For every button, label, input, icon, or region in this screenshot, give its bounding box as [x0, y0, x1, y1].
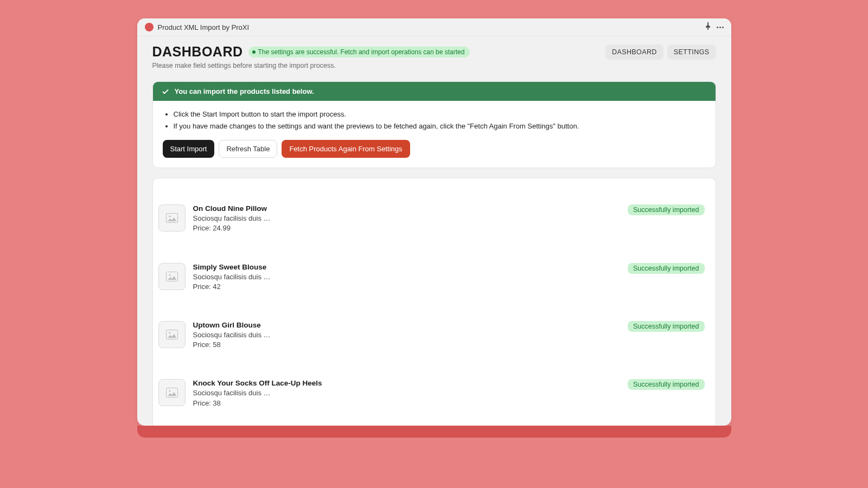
page-title: DASHBOARD	[152, 44, 243, 60]
panel-header: You can import the products listed below…	[153, 82, 716, 101]
bottom-accent-bar	[137, 426, 731, 438]
header-row: DASHBOARD The settings are successful. F…	[152, 44, 716, 60]
status-badge: The settings are successful. Fetch and i…	[248, 47, 470, 57]
checkmark-icon	[162, 88, 169, 95]
instruction-list: Click the Start Import button to start t…	[163, 108, 706, 132]
product-name: Uptown Girl Blouse	[193, 321, 620, 329]
product-row[interactable]: Simply Sweet BlouseSociosqu facilisis du…	[158, 253, 710, 301]
panel-body: Click the Start Import button to start t…	[153, 101, 716, 168]
app-window: Product XML Import by ProXI DASHBOARD Th…	[137, 18, 731, 426]
product-name: On Cloud Nine Pillow	[193, 204, 620, 213]
app-name: Product XML Import by ProXI	[158, 23, 705, 31]
product-status-badge: Successfully imported	[628, 263, 705, 274]
more-icon[interactable]	[717, 27, 724, 28]
product-status-badge: Successfully imported	[628, 379, 705, 390]
pin-icon[interactable]	[705, 22, 711, 32]
product-price: Price: 42	[193, 282, 620, 292]
product-row[interactable]: On Cloud Nine PillowSociosqu facilisis d…	[158, 195, 710, 243]
product-row[interactable]: Uptown Girl BlouseSociosqu facilisis dui…	[158, 311, 710, 359]
svg-point-3	[169, 274, 170, 275]
svg-point-1	[169, 216, 170, 217]
product-status-badge: Successfully imported	[628, 321, 705, 332]
product-info: Uptown Girl BlouseSociosqu facilisis dui…	[193, 321, 620, 350]
refresh-table-button[interactable]: Refresh Table	[219, 140, 277, 158]
product-description: Sociosqu facilisis duis …	[193, 214, 620, 223]
image-placeholder-icon	[158, 379, 186, 406]
product-description: Sociosqu facilisis duis …	[193, 330, 620, 340]
product-description: Sociosqu facilisis duis …	[193, 388, 620, 398]
instruction-item: If you have made changes to the settings…	[174, 120, 706, 132]
image-placeholder-icon	[158, 263, 186, 290]
page-subtitle: Please make field settings before starti…	[152, 62, 716, 69]
product-price: Price: 38	[193, 399, 620, 408]
product-info: On Cloud Nine PillowSociosqu facilisis d…	[193, 204, 620, 233]
instruction-item: Click the Start Import button to start t…	[174, 108, 706, 120]
product-price: Price: 24.99	[193, 223, 620, 233]
app-logo-icon	[145, 23, 154, 31]
start-import-button[interactable]: Start Import	[163, 140, 215, 158]
product-name: Knock Your Socks Off Lace-Up Heels	[193, 379, 620, 387]
product-status-badge: Successfully imported	[628, 204, 705, 215]
content-area: DASHBOARD The settings are successful. F…	[137, 36, 731, 426]
nav-buttons: DASHBOARD SETTINGS	[605, 44, 716, 60]
panel-header-text: You can import the products listed below…	[175, 87, 314, 95]
image-placeholder-icon	[158, 321, 186, 348]
product-name: Simply Sweet Blouse	[193, 263, 620, 271]
svg-point-7	[169, 390, 170, 392]
product-list: On Cloud Nine PillowSociosqu facilisis d…	[152, 178, 716, 426]
product-info: Simply Sweet BlouseSociosqu facilisis du…	[193, 263, 620, 292]
fetch-again-button[interactable]: Fetch Products Again From Settings	[282, 140, 410, 158]
image-placeholder-icon	[158, 204, 186, 232]
svg-point-5	[169, 332, 170, 333]
nav-settings-button[interactable]: SETTINGS	[667, 44, 716, 60]
product-description: Sociosqu facilisis duis …	[193, 272, 620, 282]
import-panel: You can import the products listed below…	[152, 81, 716, 168]
product-price: Price: 58	[193, 340, 620, 350]
product-info: Knock Your Socks Off Lace-Up HeelsSocios…	[193, 379, 620, 408]
action-row: Start Import Refresh Table Fetch Product…	[163, 140, 706, 158]
titlebar-actions	[705, 22, 724, 32]
nav-dashboard-button[interactable]: DASHBOARD	[605, 44, 663, 60]
product-row[interactable]: Knock Your Socks Off Lace-Up HeelsSocios…	[158, 369, 710, 418]
titlebar: Product XML Import by ProXI	[137, 18, 731, 36]
